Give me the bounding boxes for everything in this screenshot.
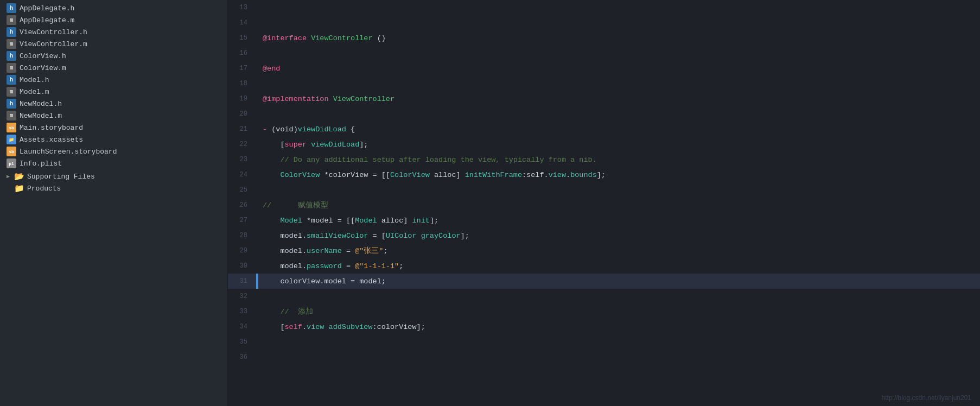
sidebar-item-label: ViewController.h bbox=[20, 28, 87, 36]
code-line-21: 21 - (void)viewDidLoad { bbox=[228, 122, 980, 137]
sidebar-item-ViewController-h[interactable]: h ViewController.h bbox=[0, 26, 227, 38]
code-line-23: 23 // Do any additional setup after load… bbox=[228, 152, 980, 167]
m-file-icon: m bbox=[7, 87, 16, 97]
sidebar-item-LaunchScreen-storyboard[interactable]: sb LaunchScreen.storyboard bbox=[0, 145, 227, 157]
code-line-20: 20 bbox=[228, 106, 980, 122]
m-file-icon: m bbox=[7, 39, 16, 49]
code-line-19: 19 @implementation ViewController bbox=[228, 91, 980, 106]
sidebar-item-Model-h[interactable]: h Model.h bbox=[0, 74, 227, 86]
sidebar-item-label: Model.h bbox=[20, 76, 49, 84]
sidebar-item-label: ViewController.m bbox=[20, 40, 87, 48]
h-file-icon: h bbox=[7, 75, 16, 85]
code-line-24: 24 ColorView *colorView = [[ColorView al… bbox=[228, 167, 980, 182]
m-file-icon: m bbox=[7, 63, 16, 73]
sidebar-item-label: Info.plist bbox=[20, 160, 62, 168]
sidebar-item-NewModel-m[interactable]: m NewModel.m bbox=[0, 110, 227, 122]
sidebar-item-label: AppDelegate.m bbox=[20, 16, 74, 24]
code-line-17: 17 @end bbox=[228, 61, 980, 76]
storyboard-file-icon: sb bbox=[7, 123, 16, 132]
file-navigator: h AppDelegate.h m AppDelegate.m h ViewCo… bbox=[0, 0, 228, 406]
sidebar-item-ViewController-m[interactable]: m ViewController.m bbox=[0, 38, 227, 50]
code-line-22: 22 [super viewDidLoad]; bbox=[228, 137, 980, 152]
code-editor: 13 14 15 @interface ViewController () 16… bbox=[228, 0, 980, 406]
watermark: http://blog.csdn.net/liyanjun201 bbox=[882, 394, 971, 402]
code-line-15: 15 @interface ViewController () bbox=[228, 30, 980, 46]
plist-file-icon: pl bbox=[7, 158, 16, 168]
code-line-33: 33 // 添加 bbox=[228, 304, 980, 319]
sidebar-item-label: Model.m bbox=[20, 88, 49, 96]
h-file-icon: h bbox=[7, 51, 16, 61]
code-line-27: 27 Model *model = [[Model alloc] init]; bbox=[228, 213, 980, 228]
code-line-32: 32 bbox=[228, 289, 980, 304]
m-file-icon: m bbox=[7, 15, 16, 25]
sidebar-item-label: Assets.xcassets bbox=[20, 136, 83, 144]
sidebar-item-ColorView-m[interactable]: m ColorView.m bbox=[0, 62, 227, 74]
h-file-icon: h bbox=[7, 99, 16, 109]
sidebar-item-products[interactable]: ▶ 📁 Products bbox=[0, 182, 227, 194]
folder-yellow-icon: 📁 bbox=[14, 183, 24, 193]
sidebar-item-label: NewModel.m bbox=[20, 112, 62, 120]
sidebar-item-label: ColorView.h bbox=[20, 52, 66, 60]
sidebar-item-Assets-xcassets[interactable]: 📁 Assets.xcassets bbox=[0, 134, 227, 145]
sidebar-item-NewModel-h[interactable]: h NewModel.h bbox=[0, 98, 227, 110]
storyboard-file-icon: sb bbox=[7, 147, 16, 156]
code-line-29: 29 model.userName = @"张三"; bbox=[228, 243, 980, 258]
sidebar-item-Main-storyboard[interactable]: sb Main.storyboard bbox=[0, 122, 227, 134]
sidebar-item-AppDelegate-h[interactable]: h AppDelegate.h bbox=[0, 2, 227, 14]
code-line-31: 31 colorView.model = model; bbox=[228, 274, 980, 289]
code-line-13: 13 bbox=[228, 0, 980, 15]
xcassets-file-icon: 📁 bbox=[7, 135, 16, 144]
code-line-26: 26 // 赋值模型 bbox=[228, 198, 980, 213]
code-line-30: 30 model.password = @"1-1-1-1"; bbox=[228, 258, 980, 274]
sidebar-item-label: LaunchScreen.storyboard bbox=[20, 148, 117, 156]
sidebar-item-label: AppDelegate.h bbox=[20, 4, 74, 12]
code-line-28: 28 model.smallViewColor = [UIColor grayC… bbox=[228, 228, 980, 243]
sidebar-item-label: NewModel.h bbox=[20, 100, 62, 108]
code-line-25: 25 bbox=[228, 182, 980, 198]
h-file-icon: h bbox=[7, 27, 16, 37]
sidebar-item-label: Products bbox=[27, 185, 61, 193]
code-line-36: 36 bbox=[228, 350, 980, 365]
expand-triangle-icon: ▶ bbox=[7, 173, 12, 180]
code-content: 13 14 15 @interface ViewController () 16… bbox=[228, 0, 980, 406]
code-line-18: 18 bbox=[228, 76, 980, 91]
sidebar-item-AppDelegate-m[interactable]: m AppDelegate.m bbox=[0, 14, 227, 26]
sidebar-item-ColorView-h[interactable]: h ColorView.h bbox=[0, 50, 227, 62]
code-line-16: 16 bbox=[228, 46, 980, 61]
m-file-icon: m bbox=[7, 111, 16, 120]
sidebar-item-supporting-files[interactable]: ▶ 📂 Supporting Files bbox=[0, 170, 227, 182]
h-file-icon: h bbox=[7, 3, 16, 13]
code-line-14: 14 bbox=[228, 15, 980, 30]
code-line-34: 34 [self.view addSubview:colorView]; bbox=[228, 319, 980, 334]
sidebar-item-label: Main.storyboard bbox=[20, 124, 83, 132]
code-line-35: 35 bbox=[228, 334, 980, 350]
sidebar-item-label: ColorView.m bbox=[20, 64, 66, 72]
folder-icon: 📂 bbox=[14, 172, 24, 181]
sidebar-item-label: Supporting Files bbox=[27, 173, 95, 181]
sidebar-item-Info-plist[interactable]: pl Info.plist bbox=[0, 157, 227, 169]
sidebar-item-Model-m[interactable]: m Model.m bbox=[0, 86, 227, 98]
